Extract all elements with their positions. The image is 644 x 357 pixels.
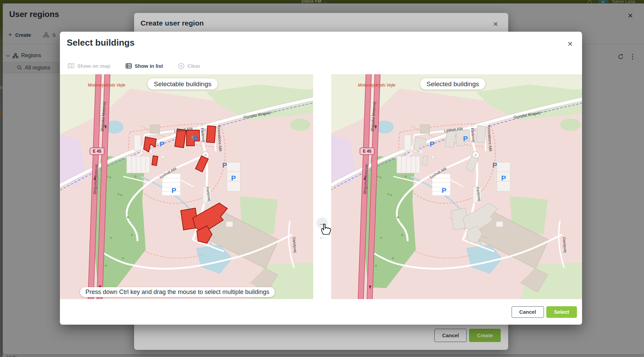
svg-text:P: P	[501, 174, 506, 182]
selectable-buildings-map[interactable]: E 45 P	[60, 74, 313, 299]
junction-label: Motorvejskryds Vejle	[358, 83, 396, 88]
move-right-arrow-button[interactable]: →	[316, 217, 328, 229]
select-buildings-modal: Select buildings ✕ Show on map Show in l…	[60, 32, 582, 325]
osm-map[interactable]: E 45 P	[331, 74, 582, 299]
selectable-buildings-label: Selectable buildings	[147, 78, 218, 90]
clear-button[interactable]: Clear	[178, 63, 200, 69]
svg-text:P: P	[160, 140, 164, 148]
svg-text:P: P	[430, 140, 434, 148]
maps-row: E 45 P	[60, 74, 582, 299]
map-icon	[68, 63, 74, 68]
modal-title: Select buildings	[67, 37, 134, 48]
svg-text:P: P	[463, 135, 468, 142]
selected-buildings-map[interactable]: E 45 P	[331, 74, 582, 299]
show-on-map-label: Show on map	[77, 63, 111, 69]
screen: Dalux FM⌄ SL Søren Lang W Help User regi…	[0, 0, 644, 357]
show-on-map-button[interactable]: Show on map	[68, 63, 111, 69]
svg-text:P: P	[492, 161, 497, 169]
svg-text:P: P	[441, 186, 446, 194]
e45-badge: E 45	[363, 149, 371, 154]
svg-text:P: P	[193, 135, 198, 142]
clear-circle-icon	[178, 63, 184, 69]
e45-badge: E 45	[93, 149, 101, 154]
svg-text:P: P	[231, 174, 236, 182]
select-button[interactable]: Select	[546, 306, 577, 318]
clear-label: Clear	[188, 63, 200, 69]
multi-select-hint: Press down Ctrl key and drag the mouse t…	[80, 287, 275, 297]
junction-label: Motorvejskryds Vejle	[88, 83, 126, 88]
cancel-button[interactable]: Cancel	[512, 306, 544, 318]
svg-text:P: P	[222, 161, 227, 169]
osm-map[interactable]: E 45 P	[60, 74, 313, 299]
move-left-arrow-button[interactable]: ←	[318, 232, 326, 240]
list-icon	[126, 63, 132, 68]
show-in-list-label: Show in list	[135, 63, 163, 69]
show-in-list-button[interactable]: Show in list	[126, 63, 163, 69]
transfer-gutter: → ←	[313, 74, 331, 299]
selected-buildings-label: Selected buildings	[420, 78, 485, 90]
close-icon[interactable]: ✕	[566, 40, 574, 48]
svg-text:P: P	[172, 186, 176, 194]
